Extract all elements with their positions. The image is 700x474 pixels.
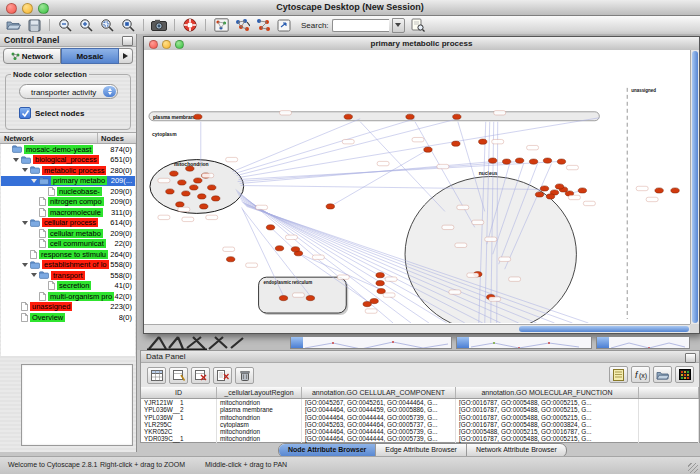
network-window-titlebar[interactable]: primary metabolic process <box>144 37 699 51</box>
select-attributes-icon[interactable] <box>147 367 166 384</box>
zoom-fit-icon[interactable] <box>120 18 136 33</box>
tree-item-secretion[interactable]: secretion41(0) <box>1 281 135 292</box>
tree-col-network[interactable]: Network <box>0 133 97 143</box>
import-attributes-icon[interactable] <box>653 366 672 383</box>
minimized-window-titlebar[interactable] <box>291 337 303 348</box>
vizmapper-icon[interactable] <box>213 18 229 33</box>
table-row[interactable]: YJR121W__1mitochondrion[GO:0045267, GO:0… <box>141 399 699 406</box>
open-icon[interactable] <box>5 18 21 33</box>
more-tabs-button[interactable] <box>119 48 133 64</box>
zoom-selected-icon[interactable] <box>99 18 115 33</box>
notes-icon[interactable] <box>609 366 628 383</box>
tree-col-nodes[interactable]: Nodes <box>97 133 136 143</box>
table-cell <box>639 428 699 435</box>
minimized-window[interactable] <box>290 336 452 349</box>
tree-item-mosaic-demo-yeast[interactable]: mosaic-demo-yeast874(0) <box>1 144 135 155</box>
tree-item-metabolic-process[interactable]: metabolic process280(0) <box>1 165 135 176</box>
tab-mosaic[interactable]: Mosaic <box>61 48 119 64</box>
matrix-icon[interactable] <box>675 366 694 383</box>
table-cell: [GO:0016787, GO:0005488, GO:0003824, G..… <box>456 421 639 428</box>
dropdown-stepper-icon <box>103 86 116 97</box>
annotation-export-icon[interactable] <box>276 18 292 33</box>
expander-icon[interactable] <box>22 221 28 225</box>
birdseye-view[interactable] <box>21 364 133 446</box>
folder-icon <box>39 177 49 185</box>
expander-icon[interactable] <box>22 168 28 172</box>
float-panel-icon[interactable] <box>122 36 133 46</box>
tree-item-cell-communicat[interactable]: cell communicat22(0) <box>1 239 135 250</box>
network-canvas[interactable]: plasma membrane cytoplasm nucleus mitoch… <box>144 50 690 323</box>
tree-item-cellular-metabo[interactable]: cellular metabo209(0) <box>1 228 135 239</box>
tab-network-label: Network <box>22 52 54 61</box>
tree-item-unassigned[interactable]: unassigned223(0) <box>1 302 135 313</box>
zoom-button[interactable] <box>38 3 49 14</box>
table-cell: [GO:0016787, GO:0005488, GO:0005215, G..… <box>456 406 639 413</box>
column-header-region[interactable]: _cellularLayoutRegion <box>217 387 302 398</box>
select-nodes-checkbox[interactable] <box>19 107 31 119</box>
attribute-table: ID _cellularLayoutRegion annotation.GO C… <box>141 387 699 442</box>
tree-item-multi-organism-pro[interactable]: multi-organism pro42(0) <box>1 291 135 302</box>
canvas-vertical-scrollbar[interactable] <box>690 50 699 324</box>
minimized-window[interactable] <box>456 336 592 349</box>
search-input[interactable] <box>332 19 389 32</box>
delete-attribute-icon[interactable] <box>191 367 210 384</box>
minimize-icon[interactable] <box>162 40 171 49</box>
save-icon[interactable] <box>26 18 42 33</box>
minimized-window-titlebar[interactable] <box>597 337 609 348</box>
zoom-out-icon[interactable] <box>57 18 73 33</box>
tree-item-primary-metabo[interactable]: primary metabo209(... <box>1 176 135 187</box>
table-row[interactable]: YLR295Ccytoplasm[GO:0045263, GO:0044464,… <box>141 421 699 428</box>
tree-item-transport[interactable]: transport558(0) <box>1 270 135 281</box>
tree-item-macromolecule[interactable]: macromolecule311(0) <box>1 207 135 218</box>
search-dropdown-arrow[interactable] <box>392 18 405 33</box>
table-cell: mitochondrion <box>217 435 302 442</box>
expander-icon[interactable] <box>31 179 37 183</box>
tree-item-response-to-stimulu[interactable]: response to stimulu264(0) <box>1 249 135 260</box>
table-row[interactable]: YDR039C__1mitochondrion[GO:0044464, GO:0… <box>141 435 699 442</box>
float-panel-icon[interactable] <box>685 353 696 363</box>
tree-item-nucleobase-[interactable]: nucleobase-209(0) <box>1 186 135 197</box>
tree-item-overview[interactable]: Overview8(0) <box>1 312 135 323</box>
column-header-id[interactable]: ID <box>141 387 217 398</box>
canvas-horizontal-scrollbar[interactable] <box>144 324 690 333</box>
node-color-dropdown[interactable]: transporter activity <box>19 84 118 99</box>
expander-icon[interactable] <box>22 263 28 267</box>
function-builder-icon[interactable]: f(x) <box>631 366 650 383</box>
network-from-selection-icon[interactable] <box>234 18 250 33</box>
tree-item-establishment-of-lo[interactable]: establishment of lo558(0) <box>1 260 135 271</box>
tree-item-count: 41(0) <box>114 281 135 290</box>
tree-header[interactable]: Network Nodes <box>0 132 136 144</box>
table-row[interactable]: YKR052Cmitochondrion[GO:0044464, GO:0044… <box>141 428 699 435</box>
enhanced-search-icon[interactable] <box>410 18 426 33</box>
table-cell: YJR121W__1 <box>141 399 217 406</box>
delete-entry-icon[interactable] <box>213 367 232 384</box>
close-button[interactable] <box>6 3 17 14</box>
table-row[interactable]: YPL036W__2plasma membrane[GO:0044464, GO… <box>141 406 699 413</box>
column-header-blank <box>639 387 699 398</box>
control-panel-tabs: Network Mosaic <box>3 48 133 64</box>
expander-icon[interactable] <box>13 158 19 162</box>
trash-icon[interactable] <box>235 367 254 384</box>
attribute-table-header[interactable]: ID _cellularLayoutRegion annotation.GO C… <box>141 387 699 399</box>
help-ring-icon[interactable] <box>182 18 198 33</box>
zoom-in-icon[interactable] <box>78 18 94 33</box>
tab-network[interactable]: Network <box>3 48 61 64</box>
close-icon[interactable] <box>149 40 158 49</box>
minimized-window[interactable] <box>596 336 690 349</box>
column-header-cellular-component[interactable]: annotation.GO CELLULAR_COMPONENT <box>302 387 456 398</box>
create-attribute-icon[interactable] <box>169 367 188 384</box>
network-from-selection-alt-icon[interactable] <box>255 18 271 33</box>
network-tree[interactable]: mosaic-demo-yeast874(0)biological_proces… <box>1 144 135 356</box>
zoom-icon[interactable] <box>175 40 184 49</box>
table-row[interactable]: YPL036W__1mitochondrion[GO:0044464, GO:0… <box>141 414 699 421</box>
tree-item-nitrogen-compo[interactable]: nitrogen compo209(0) <box>1 197 135 208</box>
resize-grip[interactable] <box>688 463 698 473</box>
expander-icon[interactable] <box>31 273 37 277</box>
column-header-molecular-function[interactable]: annotation.GO MOLECULAR_FUNCTION <box>456 387 639 398</box>
tree-item-cellular-process[interactable]: cellular process614(0) <box>1 218 135 229</box>
snapshot-camera-icon[interactable] <box>151 18 167 33</box>
table-cell <box>639 435 699 442</box>
minimize-button[interactable] <box>22 3 33 14</box>
minimized-window-titlebar[interactable] <box>457 337 469 348</box>
tree-item-biological-process[interactable]: biological_process651(0) <box>1 155 135 166</box>
